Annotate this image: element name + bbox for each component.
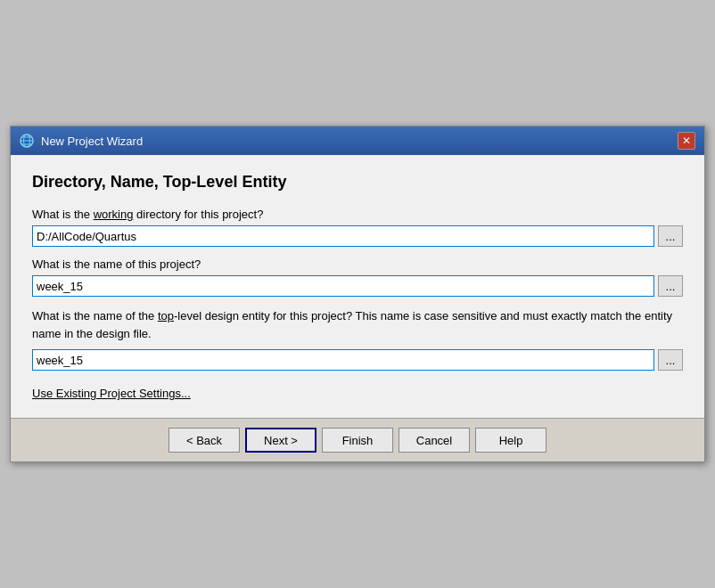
next-button[interactable]: Next > xyxy=(245,428,316,453)
top-level-input[interactable] xyxy=(32,349,654,371)
help-button[interactable]: Help xyxy=(475,428,547,453)
project-name-input[interactable] xyxy=(32,275,654,297)
project-name-row: ... xyxy=(32,275,683,297)
finish-button[interactable]: Finish xyxy=(322,428,393,453)
working-dir-input[interactable] xyxy=(32,225,654,247)
cancel-button[interactable]: Cancel xyxy=(399,428,470,453)
globe-icon xyxy=(20,134,34,148)
project-name-label: What is the name of this project? xyxy=(32,257,683,271)
top-level-browse-button[interactable]: ... xyxy=(658,349,683,371)
working-dir-row: ... xyxy=(32,225,683,247)
new-project-wizard-dialog: New Project Wizard ✕ Directory, Name, To… xyxy=(10,126,705,462)
top-level-underline: top xyxy=(158,309,174,323)
page-title: Directory, Name, Top-Level Entity xyxy=(32,173,683,192)
project-name-browse-button[interactable]: ... xyxy=(658,275,683,297)
back-button[interactable]: < Back xyxy=(168,428,240,453)
use-existing-settings-button[interactable]: Use Existing Project Settings... xyxy=(32,387,191,400)
top-level-desc-highlight: This name is case sensitive and must exa… xyxy=(32,309,672,340)
top-level-label: What is the name of the top-level design… xyxy=(32,307,683,342)
dialog-content: Directory, Name, Top-Level Entity What i… xyxy=(11,155,704,418)
title-bar-left: New Project Wizard xyxy=(20,134,143,148)
dialog-title: New Project Wizard xyxy=(41,135,143,148)
close-button[interactable]: ✕ xyxy=(678,132,695,150)
title-bar: New Project Wizard ✕ xyxy=(11,127,704,155)
top-level-row: ... xyxy=(32,349,683,371)
working-underline: working xyxy=(94,208,134,221)
dialog-footer: < Back Next > Finish Cancel Help xyxy=(11,418,704,461)
working-dir-browse-button[interactable]: ... xyxy=(658,225,683,247)
working-dir-label: What is the working directory for this p… xyxy=(32,208,683,221)
